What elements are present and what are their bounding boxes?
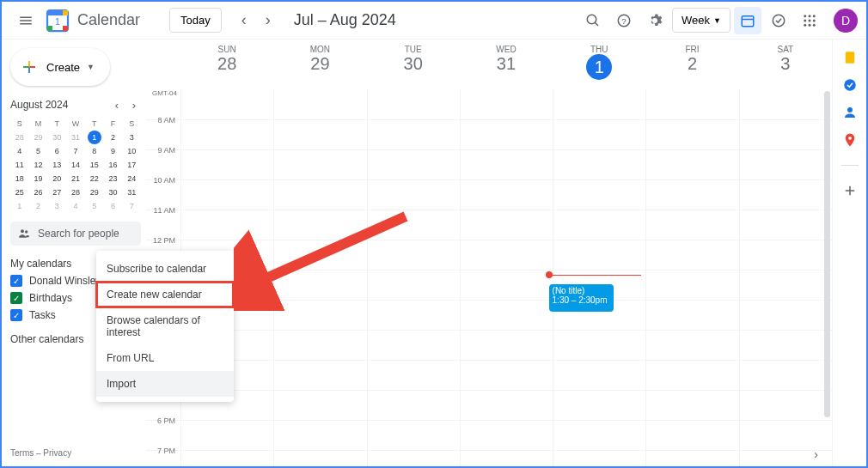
mini-day[interactable]: 8 [85, 144, 104, 158]
mini-day[interactable]: 4 [66, 199, 85, 213]
svg-point-15 [813, 15, 816, 17]
day-header[interactable]: WED31 [460, 40, 553, 89]
event[interactable]: (No title)1:30 – 2:30pm [549, 284, 614, 312]
mini-day[interactable]: 3 [122, 131, 141, 144]
mini-day[interactable]: 22 [85, 172, 104, 185]
help-icon[interactable]: ? [610, 7, 638, 34]
checkbox-icon[interactable]: ✓ [10, 309, 22, 321]
mini-day[interactable]: 5 [85, 199, 104, 213]
mini-day[interactable]: 9 [104, 144, 123, 158]
menu-icon[interactable] [10, 5, 41, 36]
maps-icon[interactable] [842, 132, 858, 148]
mini-calendar[interactable]: SMTWTFS282930311234567891011121314151617… [10, 117, 141, 213]
view-selector[interactable]: Week▼ [672, 8, 730, 33]
mini-day[interactable]: 4 [10, 144, 29, 158]
mini-day[interactable]: 28 [66, 185, 85, 199]
menu-item[interactable]: From URL [96, 345, 234, 371]
day-header[interactable]: THU1 [553, 40, 645, 89]
day-header[interactable]: SAT3 [739, 40, 832, 89]
settings-icon[interactable] [641, 7, 669, 34]
mini-day[interactable]: 27 [47, 185, 66, 199]
date-range: Jul – Aug 2024 [294, 11, 396, 29]
checkbox-icon[interactable]: ✓ [10, 275, 22, 287]
mini-day[interactable]: 6 [47, 144, 66, 158]
mini-month-label: August 2024 [10, 99, 68, 111]
mini-day[interactable]: 29 [29, 131, 48, 144]
add-addon-icon[interactable] [842, 183, 858, 198]
mini-day[interactable]: 31 [66, 131, 85, 144]
mini-day[interactable]: 14 [66, 158, 85, 172]
mini-day[interactable]: 6 [104, 199, 123, 213]
time-grid[interactable]: 8 AM9 AM10 AM11 AM12 PM1 PM2 PM3 PM4 PM5… [146, 89, 832, 466]
prev-week-button[interactable]: ‹ [232, 9, 256, 33]
menu-item[interactable]: Subscribe to calendar [96, 256, 234, 282]
mini-day[interactable]: 3 [47, 199, 66, 213]
mini-day[interactable]: 23 [104, 172, 123, 185]
menu-item[interactable]: Import [96, 371, 234, 397]
day-header[interactable]: SUN28 [180, 40, 273, 89]
mini-day[interactable]: 29 [85, 185, 104, 199]
menu-item[interactable]: Create new calendar [96, 282, 234, 307]
mini-day[interactable]: 11 [10, 158, 29, 172]
mini-day[interactable]: 7 [66, 144, 85, 158]
mini-next-button[interactable]: › [127, 98, 141, 112]
mini-day[interactable]: 1 [10, 199, 29, 213]
mini-day[interactable]: 31 [122, 185, 141, 199]
svg-point-19 [804, 23, 806, 26]
mini-day[interactable]: 26 [29, 185, 48, 199]
mini-prev-button[interactable]: ‹ [110, 98, 124, 112]
mini-day[interactable]: 19 [29, 172, 48, 185]
checkbox-icon[interactable]: ✓ [10, 292, 22, 304]
mini-day[interactable]: 15 [85, 158, 104, 172]
mini-day[interactable]: 30 [104, 185, 123, 199]
apps-icon[interactable] [796, 7, 823, 34]
mini-day[interactable]: 2 [104, 131, 123, 144]
search-icon[interactable] [579, 7, 607, 34]
mini-day[interactable]: 5 [29, 144, 48, 158]
calendar-view-icon[interactable] [734, 7, 761, 34]
mini-day[interactable]: 2 [29, 199, 48, 213]
mini-day[interactable]: 21 [66, 172, 85, 185]
time-label: 9 AM [146, 146, 180, 179]
next-week-button[interactable]: › [256, 9, 280, 33]
mini-day[interactable]: 7 [122, 199, 141, 213]
svg-point-13 [804, 15, 806, 17]
mini-day[interactable]: 20 [47, 172, 66, 185]
terms-link[interactable]: Terms [10, 448, 34, 458]
day-header[interactable]: FRI2 [645, 40, 738, 89]
expand-side-panel-icon[interactable]: › [814, 447, 818, 461]
mini-day[interactable]: 17 [122, 158, 141, 172]
privacy-link[interactable]: Privacy [43, 448, 71, 458]
contacts-icon[interactable] [842, 105, 858, 120]
context-menu: Subscribe to calendarCreate new calendar… [96, 251, 234, 402]
scrollbar[interactable] [824, 91, 830, 417]
mini-day[interactable]: 1 [88, 131, 101, 144]
mini-day[interactable]: 28 [10, 131, 29, 144]
svg-rect-4 [63, 10, 68, 15]
mini-day[interactable]: 30 [47, 131, 66, 144]
mini-day[interactable]: 12 [29, 158, 48, 172]
menu-item[interactable]: Browse calendars of interest [96, 307, 234, 345]
tasks-side-icon[interactable] [842, 77, 858, 93]
time-label [146, 89, 180, 119]
logo: 1 Calendar [45, 8, 140, 33]
day-header[interactable]: TUE30 [367, 40, 460, 89]
time-label: 6 PM [146, 416, 180, 450]
avatar[interactable]: D [834, 9, 858, 33]
svg-point-20 [809, 23, 811, 26]
tasks-icon[interactable] [765, 7, 792, 34]
today-button[interactable]: Today [169, 8, 222, 33]
mini-day[interactable]: 10 [122, 144, 141, 158]
search-people-input[interactable]: Search for people [10, 222, 141, 246]
mini-day[interactable]: 24 [122, 172, 141, 185]
create-button[interactable]: Create ▼ [10, 48, 110, 86]
header: 1 Calendar Today ‹ › Jul – Aug 2024 ? We… [2, 2, 866, 40]
mini-day[interactable]: 18 [10, 172, 29, 185]
day-header[interactable]: MON29 [273, 40, 366, 89]
mini-day[interactable]: 25 [10, 185, 29, 199]
now-indicator [549, 275, 641, 276]
svg-point-14 [809, 15, 811, 17]
mini-day[interactable]: 16 [104, 158, 123, 172]
keep-icon[interactable] [842, 50, 858, 65]
mini-day[interactable]: 13 [47, 158, 66, 172]
